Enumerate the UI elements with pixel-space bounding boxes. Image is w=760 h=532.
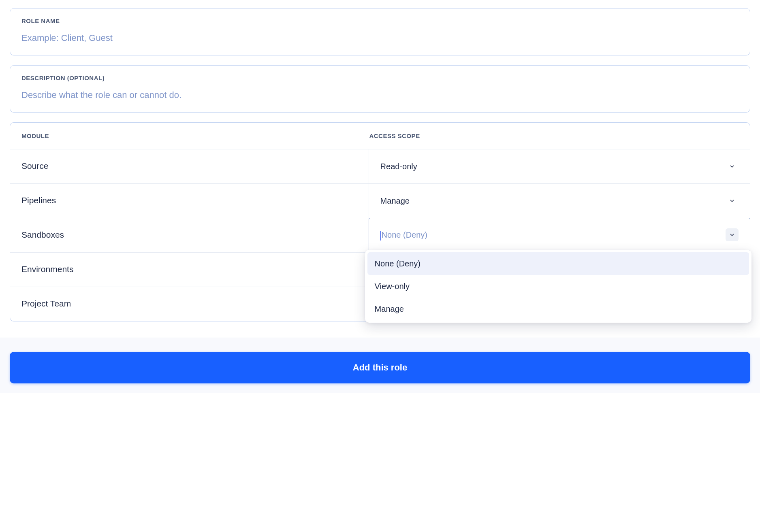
access-scope-dropdown: None (Deny) View-only Manage bbox=[365, 250, 751, 323]
description-label: DESCRIPTION (OPTIONAL) bbox=[21, 74, 739, 82]
role-name-input[interactable] bbox=[21, 33, 739, 43]
role-name-label: ROLE NAME bbox=[21, 17, 739, 25]
table-row: Pipelines Manage bbox=[10, 183, 750, 218]
access-scope-select-pipelines[interactable]: Manage bbox=[369, 184, 750, 218]
module-name: Pipelines bbox=[10, 184, 369, 218]
module-name: Project Team bbox=[10, 287, 369, 321]
footer-bar: Add this role bbox=[0, 338, 760, 393]
scope-value: Manage bbox=[380, 195, 410, 206]
description-field-group: DESCRIPTION (OPTIONAL) bbox=[10, 65, 750, 113]
module-name: Environments bbox=[10, 253, 369, 287]
table-row: Sandboxes None (Deny) None (Deny) View-o… bbox=[10, 218, 750, 252]
access-scope-select-source[interactable]: Read-only bbox=[369, 149, 750, 183]
scope-value: Read-only bbox=[380, 161, 417, 172]
role-name-field-group: ROLE NAME bbox=[10, 8, 750, 55]
dropdown-option-view-only[interactable]: View-only bbox=[367, 275, 749, 298]
header-access-scope: ACCESS SCOPE bbox=[369, 132, 739, 140]
table-header-row: MODULE ACCESS SCOPE bbox=[10, 123, 750, 149]
text-caret bbox=[380, 231, 381, 240]
header-module: MODULE bbox=[21, 132, 369, 140]
permissions-table: MODULE ACCESS SCOPE Source Read-only Pip… bbox=[10, 122, 750, 321]
chevron-down-icon bbox=[726, 194, 739, 207]
scope-value: None (Deny) bbox=[380, 229, 427, 240]
dropdown-option-manage[interactable]: Manage bbox=[367, 298, 749, 320]
table-row: Source Read-only bbox=[10, 149, 750, 183]
description-input[interactable] bbox=[21, 90, 739, 100]
chevron-down-icon bbox=[726, 228, 739, 241]
dropdown-option-none[interactable]: None (Deny) bbox=[367, 252, 749, 275]
module-name: Source bbox=[10, 149, 369, 183]
access-scope-select-sandboxes[interactable]: None (Deny) bbox=[369, 218, 750, 252]
add-role-button[interactable]: Add this role bbox=[10, 352, 750, 383]
module-name: Sandboxes bbox=[10, 218, 369, 252]
chevron-down-icon bbox=[726, 160, 739, 173]
